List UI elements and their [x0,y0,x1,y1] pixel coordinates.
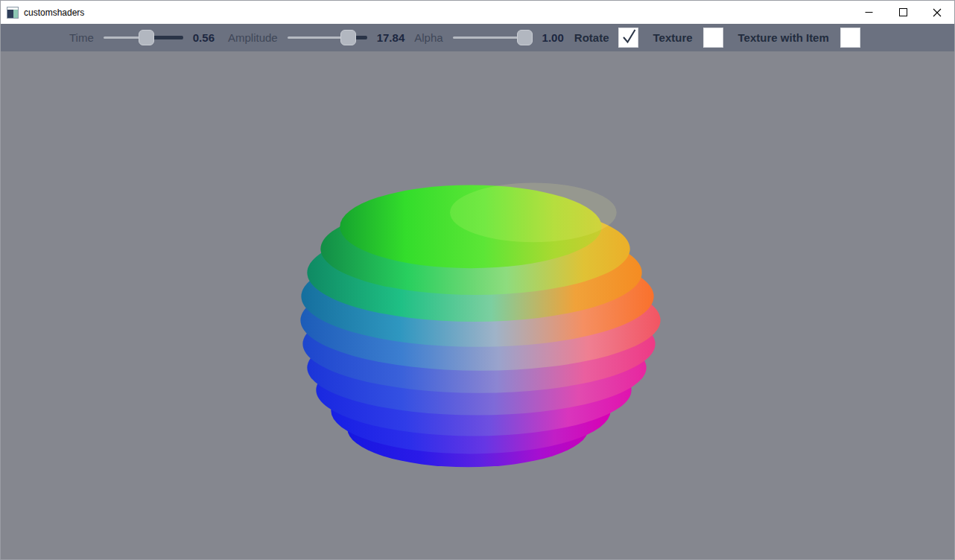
close-button[interactable] [920,1,954,24]
check-icon [619,27,639,47]
maximize-icon [899,8,907,16]
amplitude-value: 17.84 [377,31,405,44]
viewport-3d[interactable] [1,51,954,559]
time-slider-group: Time 0.56 [69,30,215,45]
alpha-slider-handle[interactable] [517,30,533,45]
amplitude-slider-group: Amplitude 17.84 [228,30,404,45]
alpha-value: 1.00 [542,31,564,44]
titlebar: customshaders [1,1,954,24]
amplitude-label: Amplitude [228,31,278,44]
minimize-icon [865,8,873,16]
titlebar-left: customshaders [1,7,851,19]
time-value: 0.56 [193,31,215,44]
alpha-label: Alpha [414,31,442,44]
texture-checkbox-group: Texture [653,28,723,48]
amplitude-slider-handle[interactable] [340,30,356,45]
texture-with-item-checkbox-group: Texture with Item [738,28,860,48]
toolbar: Time 0.56 Amplitude 17.84 Alpha [1,24,954,51]
texture-checkbox[interactable] [703,28,723,48]
window-title: customshaders [24,7,84,18]
time-slider[interactable] [104,30,183,45]
rotate-checkbox-group: Rotate [574,28,639,48]
texture-with-item-checkbox[interactable] [840,28,860,48]
time-slider-handle[interactable] [139,30,154,45]
close-icon [933,8,942,17]
maximize-button[interactable] [886,1,920,24]
alpha-slider-group: Alpha 1.00 [414,30,564,45]
time-label: Time [69,31,94,44]
texture-label: Texture [653,31,692,44]
shader-blob [1,51,954,559]
window-controls [851,1,954,24]
rotate-checkbox[interactable] [618,28,638,48]
amplitude-slider[interactable] [288,30,367,45]
app-icon [7,7,19,19]
texture-with-item-label: Texture with Item [738,31,829,44]
alpha-slider[interactable] [453,30,533,45]
app-window: customshaders Time 0.56 Amplit [0,0,955,560]
minimize-button[interactable] [851,1,886,24]
rotate-label: Rotate [574,31,609,44]
